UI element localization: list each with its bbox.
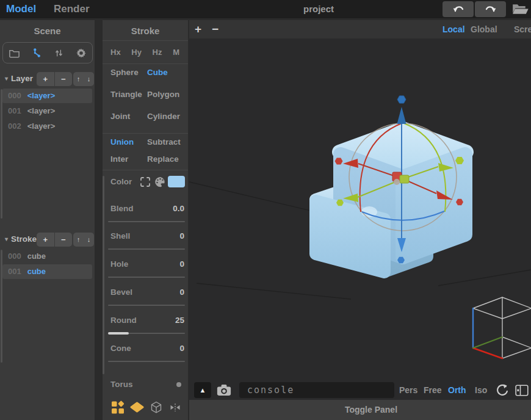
shape-polygon-button[interactable]: Polygon — [147, 89, 184, 101]
viewport-canvas[interactable]: ▲ Pers Free Orth Iso — [189, 38, 531, 400]
param-slider-track[interactable] — [108, 305, 185, 306]
stroke-move-down-button[interactable]: ↓ — [84, 233, 94, 247]
shape-cube-button[interactable]: Cube — [147, 67, 184, 79]
camera-mode-pers[interactable]: Pers — [399, 382, 417, 398]
layer-section-header[interactable]: ▾Layer — [5, 71, 33, 86]
cube-outline-icon[interactable] — [149, 400, 163, 415]
camera-mode-free[interactable]: Free — [424, 382, 442, 398]
tab-hx[interactable]: Hx — [110, 48, 121, 57]
param-slider-track[interactable] — [108, 361, 185, 362]
layer-move-down-button[interactable]: ↓ — [84, 72, 94, 86]
scene-3d-render[interactable] — [189, 38, 531, 400]
node-graph-icon[interactable] — [31, 47, 43, 59]
color-swatch[interactable] — [168, 176, 185, 187]
mirror-icon[interactable] — [168, 400, 182, 415]
bool-replace-button[interactable]: Replace — [147, 153, 184, 165]
reset-rotation-icon[interactable] — [496, 383, 509, 397]
gizmo-center-handle-y[interactable] — [400, 175, 409, 183]
folder-icon[interactable] — [8, 47, 20, 59]
bool-inter-button[interactable]: Inter — [110, 153, 147, 165]
camera-mode-orth[interactable]: Orth — [448, 382, 466, 398]
shape-sphere-button[interactable]: Sphere — [110, 67, 147, 79]
color-label: Color — [110, 177, 132, 186]
param-value[interactable]: 0.0 — [173, 203, 184, 214]
param-value[interactable]: 0 — [179, 287, 184, 298]
collapse-triangle-icon[interactable]: ▾ — [5, 75, 8, 82]
layer-reorder-group: ↑ ↓ — [73, 72, 94, 86]
tab-local[interactable]: Local — [442, 20, 465, 38]
gear-icon[interactable] — [75, 47, 87, 59]
tab-hy[interactable]: Hy — [131, 48, 142, 57]
bool-subtract-button[interactable]: Subtract — [147, 136, 184, 148]
undo-button[interactable] — [442, 1, 474, 17]
tab-m[interactable]: M — [173, 48, 179, 57]
layer-add-button[interactable]: + — [37, 72, 54, 86]
project-title: project — [303, 0, 334, 18]
param-label: Hole — [110, 259, 128, 270]
panel-layout-icon[interactable] — [515, 385, 529, 396]
tab-screen[interactable]: Scre — [514, 20, 531, 38]
stroke-remove-button[interactable]: − — [55, 233, 73, 247]
layer-remove-button[interactable]: − — [55, 72, 73, 86]
divider — [103, 133, 188, 134]
param-slider-track[interactable] — [108, 248, 185, 250]
torus-indicator-dot[interactable] — [176, 382, 181, 387]
console-input[interactable] — [239, 382, 394, 398]
stroke-add-button[interactable]: + — [37, 233, 54, 247]
param-row-round: Round 25 — [103, 315, 188, 337]
param-label: Shell — [110, 231, 130, 242]
layer-list-item[interactable]: 001<layer> — [2, 104, 92, 118]
stroke-list-item[interactable]: 000cube — [2, 249, 92, 264]
scene-toolbar — [2, 42, 93, 63]
collapse-triangle-icon[interactable]: ▾ — [5, 236, 8, 242]
param-slider-track[interactable] — [108, 221, 185, 222]
stroke-panel-footer — [111, 399, 182, 415]
zoom-out-button[interactable]: − — [212, 20, 219, 38]
focus-picker-icon[interactable] — [140, 176, 151, 187]
shape-cylinder-button[interactable]: Cylinder — [147, 110, 184, 123]
param-slider-track[interactable] — [108, 333, 185, 334]
tab-render[interactable]: Render — [54, 0, 90, 18]
tab-hz[interactable]: Hz — [153, 48, 162, 57]
param-label: Blend — [110, 203, 134, 214]
diamond-icon[interactable] — [130, 400, 144, 415]
tab-model[interactable]: Model — [6, 0, 36, 18]
bool-union-button[interactable]: Union — [110, 136, 147, 148]
layer-list-item[interactable]: 002<layer> — [2, 119, 92, 134]
stroke-section-header[interactable]: ▾Stroke — [5, 232, 37, 247]
param-row-shell: Shell 0 — [103, 231, 188, 253]
panel-scrollbar[interactable] — [103, 176, 104, 374]
camera-icon[interactable] — [216, 384, 232, 396]
bottom-strip: Toggle Panel — [189, 400, 531, 420]
sort-arrows-icon[interactable] — [52, 47, 65, 59]
param-value[interactable]: 0 — [179, 343, 184, 354]
divider — [103, 170, 188, 170]
tab-global[interactable]: Global — [471, 20, 497, 38]
stroke-move-up-button[interactable]: ↑ — [73, 233, 84, 247]
boolean-op-buttons: Union Subtract Inter Replace — [110, 136, 184, 165]
param-row-blend: Blend 0.0 — [103, 203, 188, 225]
navigation-view-cube[interactable] — [473, 297, 531, 358]
stroke-panel-title: Stroke — [103, 26, 188, 36]
camera-mode-iso[interactable]: Iso — [475, 382, 487, 398]
param-value[interactable]: 0 — [179, 259, 184, 270]
param-row-torus: Torus — [103, 379, 188, 401]
undo-icon — [451, 2, 466, 16]
gizmo-center-dot[interactable] — [394, 179, 400, 185]
tiles-icon[interactable] — [111, 400, 125, 415]
param-label: Torus — [110, 379, 133, 390]
palette-icon[interactable] — [154, 176, 165, 187]
shape-joint-button[interactable]: Joint — [110, 110, 147, 123]
stroke-list-item[interactable]: 001cube — [2, 264, 92, 279]
param-value[interactable]: 25 — [175, 315, 184, 326]
shape-triangle-button[interactable]: Triangle — [110, 89, 147, 101]
layer-move-up-button[interactable]: ↑ — [73, 72, 84, 86]
zoom-in-button[interactable]: + — [195, 20, 201, 38]
param-label: Cone — [110, 343, 131, 354]
param-slider-track[interactable] — [108, 277, 185, 278]
open-folder-icon[interactable] — [511, 2, 529, 16]
expand-panel-button[interactable]: ▲ — [194, 382, 211, 398]
param-value[interactable]: 0 — [179, 231, 184, 242]
redo-button[interactable] — [475, 1, 506, 17]
layer-list-item[interactable]: 000<layer> — [2, 89, 92, 103]
